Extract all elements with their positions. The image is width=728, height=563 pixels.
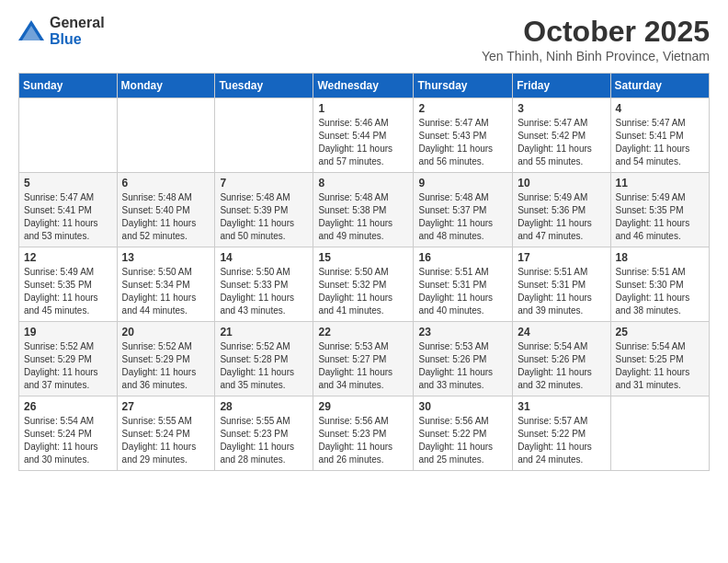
day-info: Sunrise: 5:55 AM Sunset: 5:23 PM Dayligh… <box>220 415 308 466</box>
day-number: 12 <box>24 251 112 264</box>
calendar-cell: 14Sunrise: 5:50 AM Sunset: 5:33 PM Dayli… <box>215 247 313 322</box>
calendar-cell <box>215 98 313 173</box>
day-info: Sunrise: 5:53 AM Sunset: 5:27 PM Dayligh… <box>318 340 408 392</box>
calendar-cell: 28Sunrise: 5:55 AM Sunset: 5:23 PM Dayli… <box>215 396 313 471</box>
calendar-cell: 13Sunrise: 5:50 AM Sunset: 5:34 PM Dayli… <box>117 247 215 322</box>
day-info: Sunrise: 5:51 AM Sunset: 5:30 PM Dayligh… <box>616 266 704 317</box>
day-number: 17 <box>518 251 605 264</box>
day-info: Sunrise: 5:48 AM Sunset: 5:38 PM Dayligh… <box>318 191 408 243</box>
day-info: Sunrise: 5:50 AM Sunset: 5:34 PM Dayligh… <box>122 266 210 317</box>
day-info: Sunrise: 5:54 AM Sunset: 5:25 PM Dayligh… <box>616 340 704 392</box>
calendar-cell: 21Sunrise: 5:52 AM Sunset: 5:28 PM Dayli… <box>215 322 313 396</box>
day-info: Sunrise: 5:52 AM Sunset: 5:29 PM Dayligh… <box>122 340 210 392</box>
day-info: Sunrise: 5:48 AM Sunset: 5:40 PM Dayligh… <box>122 191 210 243</box>
logo-text: General Blue <box>50 15 105 48</box>
calendar-cell: 10Sunrise: 5:49 AM Sunset: 5:36 PM Dayli… <box>513 173 610 247</box>
day-number: 20 <box>122 326 210 339</box>
calendar-cell: 31Sunrise: 5:57 AM Sunset: 5:22 PM Dayli… <box>513 396 610 471</box>
day-info: Sunrise: 5:57 AM Sunset: 5:22 PM Dayligh… <box>518 415 605 466</box>
calendar-table: SundayMondayTuesdayWednesdayThursdayFrid… <box>18 73 710 471</box>
day-info: Sunrise: 5:47 AM Sunset: 5:43 PM Dayligh… <box>418 117 507 168</box>
logo-blue: Blue <box>50 31 82 47</box>
day-info: Sunrise: 5:56 AM Sunset: 5:22 PM Dayligh… <box>418 415 507 466</box>
day-info: Sunrise: 5:54 AM Sunset: 5:24 PM Dayligh… <box>24 415 112 466</box>
weekday-header-sunday: Sunday <box>19 74 118 98</box>
calendar-cell: 24Sunrise: 5:54 AM Sunset: 5:26 PM Dayli… <box>513 322 610 396</box>
weekday-header-saturday: Saturday <box>610 74 709 98</box>
weekday-header-thursday: Thursday <box>414 74 513 98</box>
day-number: 14 <box>220 251 308 264</box>
calendar-cell <box>610 396 709 471</box>
calendar-week-2: 5Sunrise: 5:47 AM Sunset: 5:41 PM Daylig… <box>19 173 710 247</box>
day-number: 2 <box>418 102 507 115</box>
page-header: General Blue October 2025 Yen Thinh, Nin… <box>18 15 710 63</box>
calendar-cell: 4Sunrise: 5:47 AM Sunset: 5:41 PM Daylig… <box>610 98 709 173</box>
calendar-cell: 11Sunrise: 5:49 AM Sunset: 5:35 PM Dayli… <box>610 173 709 247</box>
calendar-cell: 19Sunrise: 5:52 AM Sunset: 5:29 PM Dayli… <box>19 322 118 396</box>
day-number: 3 <box>518 102 605 115</box>
calendar-cell: 26Sunrise: 5:54 AM Sunset: 5:24 PM Dayli… <box>19 396 118 471</box>
calendar-cell: 20Sunrise: 5:52 AM Sunset: 5:29 PM Dayli… <box>117 322 215 396</box>
calendar-cell: 5Sunrise: 5:47 AM Sunset: 5:41 PM Daylig… <box>19 173 118 247</box>
logo-general: General <box>50 15 105 30</box>
day-number: 16 <box>418 251 507 264</box>
logo-icon <box>18 18 46 44</box>
calendar-cell: 17Sunrise: 5:51 AM Sunset: 5:31 PM Dayli… <box>513 247 610 322</box>
calendar-cell: 27Sunrise: 5:55 AM Sunset: 5:24 PM Dayli… <box>117 396 215 471</box>
day-info: Sunrise: 5:48 AM Sunset: 5:37 PM Dayligh… <box>418 191 507 243</box>
month-title: October 2025 <box>482 15 710 49</box>
calendar-cell: 23Sunrise: 5:53 AM Sunset: 5:26 PM Dayli… <box>414 322 513 396</box>
day-info: Sunrise: 5:50 AM Sunset: 5:32 PM Dayligh… <box>318 266 408 317</box>
weekday-header-friday: Friday <box>513 74 610 98</box>
day-number: 5 <box>24 177 112 190</box>
day-number: 11 <box>616 177 704 190</box>
day-info: Sunrise: 5:53 AM Sunset: 5:26 PM Dayligh… <box>418 340 507 392</box>
calendar-cell <box>19 98 118 173</box>
day-info: Sunrise: 5:50 AM Sunset: 5:33 PM Dayligh… <box>220 266 308 317</box>
calendar-week-1: 1Sunrise: 5:46 AM Sunset: 5:44 PM Daylig… <box>19 98 710 173</box>
logo: General Blue <box>18 15 105 48</box>
day-number: 25 <box>616 326 704 339</box>
calendar-cell: 25Sunrise: 5:54 AM Sunset: 5:25 PM Dayli… <box>610 322 709 396</box>
subtitle: Yen Thinh, Ninh Binh Province, Vietnam <box>482 49 710 63</box>
day-number: 26 <box>24 400 112 413</box>
day-number: 29 <box>318 400 408 413</box>
weekday-header-monday: Monday <box>117 74 215 98</box>
day-number: 24 <box>518 326 605 339</box>
day-info: Sunrise: 5:52 AM Sunset: 5:29 PM Dayligh… <box>24 340 112 392</box>
day-number: 30 <box>418 400 507 413</box>
calendar-cell: 29Sunrise: 5:56 AM Sunset: 5:23 PM Dayli… <box>313 396 414 471</box>
calendar-cell: 16Sunrise: 5:51 AM Sunset: 5:31 PM Dayli… <box>414 247 513 322</box>
day-number: 23 <box>418 326 507 339</box>
day-number: 9 <box>418 177 507 190</box>
calendar-cell: 9Sunrise: 5:48 AM Sunset: 5:37 PM Daylig… <box>414 173 513 247</box>
title-area: October 2025 Yen Thinh, Ninh Binh Provin… <box>482 15 710 63</box>
day-info: Sunrise: 5:54 AM Sunset: 5:26 PM Dayligh… <box>518 340 605 392</box>
day-number: 10 <box>518 177 605 190</box>
calendar-cell: 7Sunrise: 5:48 AM Sunset: 5:39 PM Daylig… <box>215 173 313 247</box>
day-info: Sunrise: 5:52 AM Sunset: 5:28 PM Dayligh… <box>220 340 308 392</box>
calendar-cell: 3Sunrise: 5:47 AM Sunset: 5:42 PM Daylig… <box>513 98 610 173</box>
day-number: 22 <box>318 326 408 339</box>
day-info: Sunrise: 5:56 AM Sunset: 5:23 PM Dayligh… <box>318 415 408 466</box>
calendar-cell: 6Sunrise: 5:48 AM Sunset: 5:40 PM Daylig… <box>117 173 215 247</box>
weekday-header-tuesday: Tuesday <box>215 74 313 98</box>
day-number: 1 <box>318 102 408 115</box>
day-number: 19 <box>24 326 112 339</box>
day-number: 13 <box>122 251 210 264</box>
calendar-week-4: 19Sunrise: 5:52 AM Sunset: 5:29 PM Dayli… <box>19 322 710 396</box>
day-info: Sunrise: 5:47 AM Sunset: 5:41 PM Dayligh… <box>616 117 704 168</box>
calendar-cell: 22Sunrise: 5:53 AM Sunset: 5:27 PM Dayli… <box>313 322 414 396</box>
calendar-cell: 15Sunrise: 5:50 AM Sunset: 5:32 PM Dayli… <box>313 247 414 322</box>
calendar-cell: 30Sunrise: 5:56 AM Sunset: 5:22 PM Dayli… <box>414 396 513 471</box>
day-info: Sunrise: 5:49 AM Sunset: 5:35 PM Dayligh… <box>24 266 112 317</box>
calendar-cell: 1Sunrise: 5:46 AM Sunset: 5:44 PM Daylig… <box>313 98 414 173</box>
day-info: Sunrise: 5:49 AM Sunset: 5:36 PM Dayligh… <box>518 191 605 243</box>
day-info: Sunrise: 5:48 AM Sunset: 5:39 PM Dayligh… <box>220 191 308 243</box>
day-info: Sunrise: 5:46 AM Sunset: 5:44 PM Dayligh… <box>318 117 408 168</box>
weekday-header-wednesday: Wednesday <box>313 74 414 98</box>
day-info: Sunrise: 5:49 AM Sunset: 5:35 PM Dayligh… <box>616 191 704 243</box>
calendar-week-3: 12Sunrise: 5:49 AM Sunset: 5:35 PM Dayli… <box>19 247 710 322</box>
day-info: Sunrise: 5:51 AM Sunset: 5:31 PM Dayligh… <box>418 266 507 317</box>
day-number: 28 <box>220 400 308 413</box>
